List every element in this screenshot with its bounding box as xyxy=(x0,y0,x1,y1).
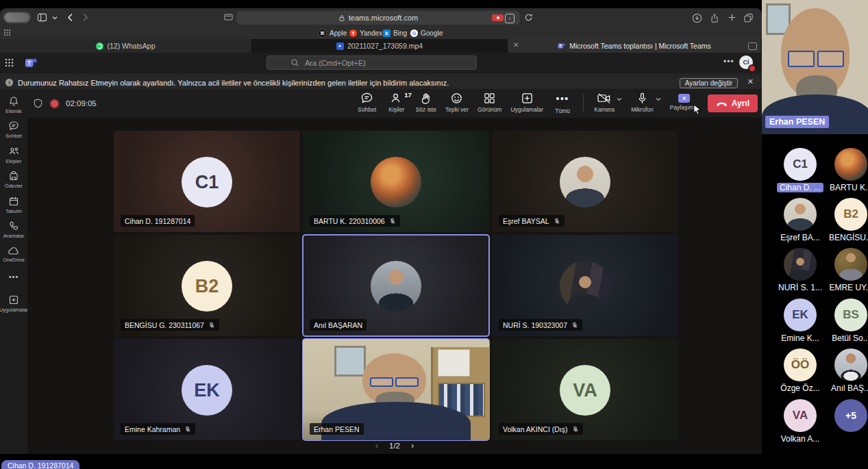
rail-item-onedrive[interactable]: OneDrive xyxy=(0,246,27,263)
tile-volkan[interactable]: VA Volkan AKINCI (Dış) xyxy=(492,339,678,440)
tab-audio-icon[interactable]: ♪ xyxy=(505,14,514,23)
rail-item-odevler[interactable]: Ödevler xyxy=(0,170,27,189)
leave-button[interactable]: Ayrıl xyxy=(708,94,758,112)
rail-item-ekipler[interactable]: Ekipler xyxy=(0,146,27,164)
roster-emine[interactable]: EK Emine K... xyxy=(775,299,826,343)
cabinet-box xyxy=(438,349,470,377)
avatar: EK xyxy=(784,299,817,331)
tab-whatsapp[interactable]: (12) WhatsApp xyxy=(0,39,252,53)
search-input[interactable]: Ara (Cmd+Opt+E) xyxy=(266,55,477,70)
pager-prev-icon[interactable]: ‹ xyxy=(375,440,378,451)
avatar: BS xyxy=(834,299,867,331)
teams-app-logo-icon[interactable]: T xyxy=(25,56,38,69)
roster-bartu[interactable]: BARTU K... xyxy=(826,148,868,192)
avatar: B2 xyxy=(182,261,232,312)
waffle-icon[interactable] xyxy=(5,58,14,67)
bookmarks-grid-icon[interactable] xyxy=(4,29,10,36)
tab-mp4[interactable]: ▸ 20211027_173059.mp4 xyxy=(252,39,508,53)
person-glasses xyxy=(788,51,844,67)
bottom-name-pill: Cihan D. 191287014 xyxy=(1,460,79,469)
back-icon[interactable] xyxy=(67,13,73,22)
downloads-icon[interactable] xyxy=(692,13,702,23)
roster-ozge[interactable]: ÖÖ Özge Öz... xyxy=(775,348,826,393)
new-tab-icon[interactable] xyxy=(728,13,736,22)
view-button[interactable]: Görünüm xyxy=(478,92,501,113)
roster-esref[interactable]: Eşref BA... xyxy=(775,198,826,242)
phone-icon xyxy=(8,220,19,231)
roster-volkan[interactable]: VA Volkan A... xyxy=(775,399,826,444)
chevron-down-icon[interactable] xyxy=(52,16,58,20)
change-settings-button[interactable]: Ayarları değiştir xyxy=(680,78,738,88)
tile-emine[interactable]: EK Emine Kahraman xyxy=(114,339,300,440)
bookmark-bing[interactable]: b Bing xyxy=(383,28,407,38)
roster-cihan[interactable]: C1 Cihan D. ... xyxy=(775,148,826,192)
rail-item-uygulamalar[interactable]: Uygulamalar xyxy=(0,294,27,313)
tile-cihan[interactable]: C1 Cihan D. 191287014 xyxy=(114,131,300,232)
search-icon xyxy=(290,58,299,67)
tile-nuri[interactable]: NURİ S. 190323007 xyxy=(492,235,678,336)
tile-bartu[interactable]: BARTU K. 220310006 xyxy=(303,131,489,232)
roster-emre[interactable]: EMRE UY... xyxy=(826,248,868,292)
camera-options-chevron-icon[interactable] xyxy=(617,97,622,101)
teams-window-strip: Erhan PESEN C1 Cihan D. ... BARTU K... E… xyxy=(762,0,868,469)
roster-betul[interactable]: BS Betül So... xyxy=(826,299,868,343)
nameplate: Emine Kahraman xyxy=(121,423,195,435)
banner-close-icon[interactable]: ✕ xyxy=(747,77,754,86)
dnd-status-dot xyxy=(748,64,756,73)
stop-share-icon: ✕ xyxy=(678,94,690,103)
tile-anil[interactable]: Anıl BAŞARAN xyxy=(303,235,489,336)
video-file-icon: ▸ xyxy=(336,42,344,50)
reactions-button[interactable]: Tepki ver xyxy=(445,92,469,113)
person-body xyxy=(762,94,868,134)
share-icon[interactable] xyxy=(710,13,719,23)
roster-nuri[interactable]: NURİ S. 1... xyxy=(775,248,826,292)
rail-item-more[interactable]: ••• xyxy=(0,272,27,281)
teams-left-rail: Etkinlik Sohbet Ekipler Ödevler Takvim A… xyxy=(0,89,27,454)
more-options-icon[interactable]: ••• xyxy=(723,57,734,66)
tile-esref[interactable]: Eşref BAYSAL xyxy=(492,131,678,232)
whatsapp-icon xyxy=(96,42,103,50)
avatar-photo xyxy=(371,261,421,312)
stop-share-button[interactable]: ✕ Paylaşım... xyxy=(670,92,699,111)
microphone-button[interactable]: Mikrofon xyxy=(631,92,654,113)
sidebar-toggle-icon[interactable] xyxy=(37,13,47,22)
chat-button[interactable]: Sohbet xyxy=(357,92,377,113)
teams-people-icon xyxy=(8,146,20,157)
people-button[interactable]: 17 Kişiler xyxy=(386,92,407,113)
extension-icon[interactable] xyxy=(224,13,233,21)
roster-bengisu[interactable]: B2 BENGİSU... xyxy=(826,198,868,242)
tab-teams-active[interactable]: ✕ T Microsoft Teams toplantısı | Microso… xyxy=(508,39,762,53)
rail-item-sohbet[interactable]: Sohbet xyxy=(0,121,27,139)
roster-overflow[interactable]: +5 xyxy=(826,399,868,432)
forward-icon[interactable] xyxy=(82,13,88,22)
pager-next-icon[interactable]: › xyxy=(411,440,414,451)
traffic-lights-blurred[interactable] xyxy=(4,12,30,23)
calendar-icon xyxy=(8,196,19,207)
muted-mic-icon xyxy=(572,426,579,433)
roster-anil[interactable]: Anıl BAŞ... xyxy=(826,348,868,393)
rail-item-aramalar[interactable]: Aramalar xyxy=(0,220,27,239)
tab-overview-icon[interactable] xyxy=(743,13,754,23)
rail-item-takvim[interactable]: Takvim xyxy=(0,196,27,214)
rail-item-etkinlik[interactable]: Etkinlik xyxy=(0,96,27,114)
overflow-count: +5 xyxy=(834,399,867,432)
apps-button[interactable]: Uygulamalar xyxy=(510,92,543,113)
camera-button[interactable]: Kamera xyxy=(594,92,615,113)
url-text: teams.microsoft.com xyxy=(349,14,418,22)
tile-bengisu[interactable]: B2 BENGİSU G. 230311067 xyxy=(114,235,300,336)
bookmark-yandex[interactable]: Y Yandex xyxy=(349,28,382,38)
address-bar[interactable]: teams.microsoft.com ♪ xyxy=(236,11,520,25)
nameplate: Anıl BAŞARAN xyxy=(310,319,367,331)
avatar: C1 xyxy=(182,157,232,207)
tile-erhan[interactable]: Erhan PESEN xyxy=(303,339,489,440)
pip-self-video[interactable] xyxy=(762,0,868,134)
dnd-banner: i Durumunuz Rahatsız Etmeyin olarak ayar… xyxy=(0,77,762,88)
reload-icon[interactable] xyxy=(524,13,533,22)
raise-hand-button[interactable]: Söz iste xyxy=(416,92,436,113)
bookmark-apple[interactable]: ⌘ Apple xyxy=(318,28,347,38)
close-tab-icon[interactable]: ✕ xyxy=(513,41,519,49)
mic-options-chevron-icon[interactable] xyxy=(656,97,661,101)
bookmark-google[interactable]: G Google xyxy=(410,28,443,38)
nameplate: Eşref BAYSAL xyxy=(499,215,565,227)
more-actions-button[interactable]: ••• Tümü xyxy=(552,92,573,114)
